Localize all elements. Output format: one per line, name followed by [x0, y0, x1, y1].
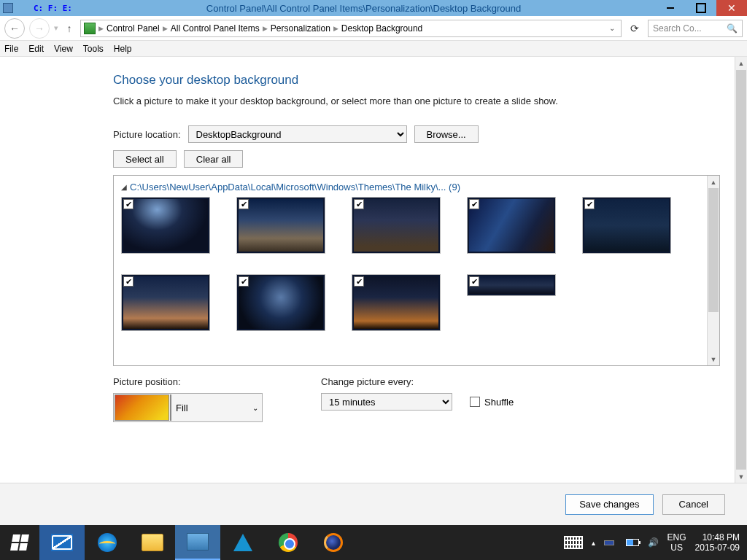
chevron-right-icon[interactable]: ▶	[333, 25, 338, 32]
taskbar-app-explorer[interactable]	[130, 525, 175, 560]
wallpaper-thumbnail[interactable]: ✔	[236, 197, 325, 254]
taskbar: ▴ 🔊 ENG US 10:48 PM 2015-07-09	[0, 525, 747, 560]
titlebar-pager: C: F: E:	[34, 4, 72, 13]
up-button[interactable]: ↑	[63, 23, 76, 34]
menu-tools[interactable]: Tools	[83, 44, 104, 54]
taskbar-app-arch[interactable]	[220, 525, 266, 560]
forward-button: →	[29, 18, 50, 39]
change-interval-select[interactable]: 15 minutes	[321, 393, 452, 411]
language-indicator[interactable]: ENG US	[667, 532, 686, 553]
chevron-right-icon[interactable]: ▶	[263, 25, 268, 32]
address-bar[interactable]: ▶ Control Panel ▶ All Control Panel Item…	[80, 20, 622, 37]
maximize-button[interactable]	[686, 0, 716, 16]
wallpaper-thumbnail[interactable]: ✔	[121, 274, 210, 331]
wallpaper-thumbnail[interactable]: ✔	[467, 274, 556, 296]
thumbnail-list: ◢ C:\Users\NewUser\AppData\Local\Microso…	[113, 175, 720, 366]
clock[interactable]: 10:48 PM 2015-07-09	[695, 532, 740, 553]
collapse-caret-icon[interactable]: ◢	[121, 183, 127, 191]
tray-overflow-icon[interactable]: ▴	[592, 539, 595, 547]
content-area: Choose your desktop background Click a p…	[0, 57, 735, 483]
chevron-right-icon[interactable]: ▶	[98, 25, 104, 32]
taskbar-app-mail[interactable]	[39, 525, 85, 560]
refresh-button[interactable]: ⟳	[626, 20, 643, 37]
picture-location-select[interactable]: DesktopBackground	[188, 125, 407, 143]
system-tray: ▴ 🔊 ENG US 10:48 PM 2015-07-09	[557, 525, 747, 560]
scroll-up-icon[interactable]: ▲	[735, 57, 747, 69]
start-button[interactable]	[0, 525, 39, 560]
wallpaper-thumbnail[interactable]: ✔	[236, 274, 325, 331]
position-preview-icon	[115, 394, 169, 421]
thumbnail-checkbox[interactable]: ✔	[469, 276, 479, 287]
thumbnail-checkbox[interactable]: ✔	[354, 276, 364, 287]
scroll-up-icon[interactable]: ▲	[708, 176, 719, 188]
chevron-right-icon[interactable]: ▶	[163, 25, 168, 32]
taskbar-app-chrome[interactable]	[266, 525, 311, 560]
battery-icon[interactable]	[626, 539, 639, 546]
scroll-thumb[interactable]	[708, 188, 719, 312]
breadcrumb-desktop-background[interactable]: Desktop Background	[341, 23, 422, 34]
taskbar-app-firefox[interactable]	[311, 525, 356, 560]
thumbnail-checkbox[interactable]: ✔	[123, 276, 133, 287]
keyboard-icon[interactable]	[564, 536, 583, 549]
browse-button[interactable]: Browse...	[414, 125, 479, 143]
wallpaper-thumbnail[interactable]: ✔	[352, 197, 441, 254]
scroll-down-icon[interactable]: ▼	[708, 353, 719, 365]
change-picture-label: Change picture every:	[321, 376, 514, 387]
shuffle-label: Shuffle	[484, 397, 514, 408]
window-title: Control Panel\All Control Panel Items\Pe…	[72, 3, 655, 14]
picture-position-select[interactable]: Fill ⌄	[113, 393, 263, 422]
menu-view[interactable]: View	[54, 44, 73, 54]
page-title: Choose your desktop background	[113, 73, 720, 88]
breadcrumb-control-panel[interactable]: Control Panel	[107, 23, 160, 34]
breadcrumb-personalization[interactable]: Personalization	[271, 23, 330, 34]
thumbnail-checkbox[interactable]: ✔	[584, 199, 595, 209]
save-changes-button[interactable]: Save changes	[565, 494, 653, 515]
thumbnail-checkbox[interactable]: ✔	[239, 276, 249, 287]
breadcrumb-all-items[interactable]: All Control Panel Items	[171, 23, 260, 34]
wallpaper-thumbnail[interactable]: ✔	[467, 197, 556, 254]
select-all-button[interactable]: Select all	[113, 150, 177, 168]
chevron-down-icon: ⌄	[249, 404, 262, 412]
footer-bar: Save changes Cancel	[0, 483, 747, 525]
flag-icon[interactable]	[604, 537, 617, 548]
control-panel-icon	[84, 23, 96, 34]
clear-all-button[interactable]: Clear all	[184, 150, 244, 168]
close-button[interactable]	[716, 0, 747, 16]
thumbnail-checkbox[interactable]: ✔	[354, 199, 364, 209]
picture-location-label: Picture location:	[113, 129, 181, 140]
menu-help[interactable]: Help	[114, 44, 132, 54]
thumbnail-checkbox[interactable]: ✔	[123, 199, 133, 209]
shuffle-checkbox[interactable]	[470, 397, 480, 407]
search-placeholder: Search Co...	[653, 23, 702, 34]
minimize-button[interactable]	[655, 0, 686, 16]
app-icon	[3, 3, 13, 13]
taskbar-app-ie[interactable]	[85, 525, 130, 560]
wallpaper-thumbnail[interactable]: ✔	[352, 274, 441, 331]
window-titlebar: C: F: E: Control Panel\All Control Panel…	[0, 0, 747, 16]
back-button[interactable]: ←	[4, 18, 25, 39]
thumbnail-checkbox[interactable]: ✔	[239, 199, 249, 209]
page-scrollbar[interactable]: ▲ ▼	[735, 57, 747, 483]
menu-bar: File Edit View Tools Help	[0, 41, 747, 57]
thumbnail-checkbox[interactable]: ✔	[469, 199, 479, 209]
navigation-bar: ← → ▾ ↑ ▶ Control Panel ▶ All Control Pa…	[0, 16, 747, 41]
group-header[interactable]: ◢ C:\Users\NewUser\AppData\Local\Microso…	[121, 182, 704, 192]
wallpaper-thumbnail[interactable]: ✔	[121, 197, 210, 254]
search-icon: 🔍	[727, 23, 738, 34]
scroll-thumb[interactable]	[736, 70, 746, 470]
page-description: Click a picture to make it your desktop …	[113, 95, 624, 108]
volume-icon[interactable]: 🔊	[648, 537, 659, 548]
group-path: C:\Users\NewUser\AppData\Local\Microsoft…	[130, 182, 460, 192]
taskbar-app-control-panel[interactable]	[175, 525, 220, 560]
menu-edit[interactable]: Edit	[28, 44, 44, 54]
menu-file[interactable]: File	[4, 44, 18, 54]
wallpaper-thumbnail[interactable]: ✔	[582, 197, 671, 254]
search-input[interactable]: Search Co... 🔍	[648, 20, 743, 37]
thumbnail-scrollbar[interactable]: ▲ ▼	[707, 176, 719, 365]
cancel-button[interactable]: Cancel	[662, 494, 725, 515]
scroll-down-icon[interactable]: ▼	[735, 470, 747, 483]
picture-position-label: Picture position:	[113, 376, 263, 387]
address-dropdown-icon[interactable]: ⌄	[606, 24, 618, 32]
picture-position-value: Fill	[171, 402, 249, 413]
history-dropdown-icon[interactable]: ▾	[54, 23, 58, 33]
